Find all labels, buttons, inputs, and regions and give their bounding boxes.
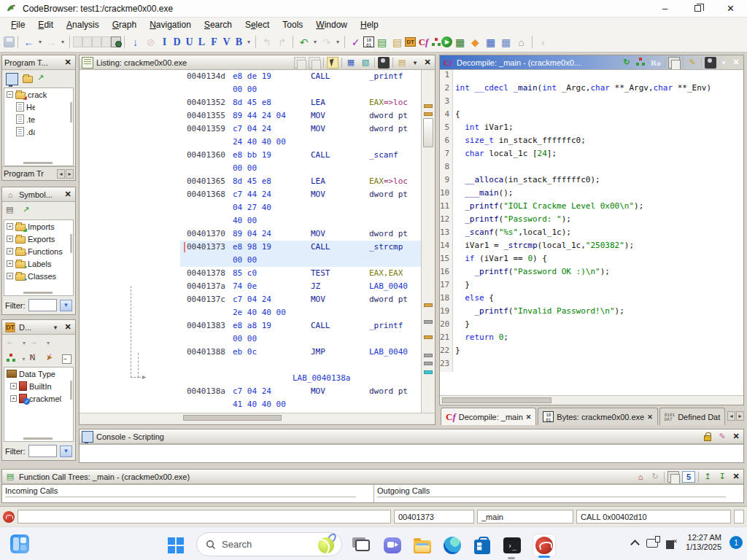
listing-row-continuation[interactable]: 24 40 40 00	[80, 136, 421, 149]
listing-row[interactable]: 0040134de8 de 19CALL_printf	[80, 70, 421, 83]
bank-icon[interactable]: ⌂	[514, 34, 529, 50]
listing-row-continuation[interactable]: 00 00	[80, 162, 421, 175]
listing-row[interactable]: 0040137089 04 24MOVdword pt	[80, 228, 421, 241]
scrollbar-mark[interactable]	[424, 370, 433, 374]
program-tree-tab[interactable]: Program Tr ◂ ▸	[2, 166, 75, 180]
table-icon[interactable]: ▦	[483, 34, 498, 50]
clock[interactable]: 12:27 AM 1/13/2025	[686, 533, 721, 552]
tree-row-section[interactable]: .data	[4, 125, 73, 138]
close-tab-icon[interactable]: ✕	[526, 413, 532, 421]
expand-box-icon[interactable]: +	[7, 273, 13, 279]
back-dropdown-icon[interactable]: ▾	[23, 340, 26, 346]
decompile-line[interactable]: 16 _printf("Password OK :)\n");	[440, 267, 743, 280]
listing-row-continuation[interactable]: 40 00	[80, 214, 421, 228]
listing-row-continuation[interactable]: 00 00	[80, 83, 421, 96]
collapse-box-icon[interactable]: −	[7, 91, 13, 98]
letter-b-icon[interactable]: B	[233, 34, 245, 50]
letter-u-icon[interactable]: U	[183, 34, 196, 50]
tray-overflow-chevron-icon[interactable]	[630, 540, 640, 549]
menu-navigation[interactable]: Navigation	[143, 19, 198, 31]
listing-horizontal-scrollbar[interactable]	[80, 413, 435, 422]
data-type-filter-input[interactable]	[28, 445, 58, 457]
close-icon[interactable]: ✕	[731, 472, 741, 481]
decompile-line[interactable]: 17 }	[440, 280, 743, 293]
function-graph-icon[interactable]	[431, 37, 441, 47]
close-icon[interactable]: ✕	[63, 58, 73, 67]
decompile-line[interactable]: 8	[440, 162, 743, 175]
letter-v-icon[interactable]: V	[220, 34, 233, 50]
edit-icon[interactable]: ✎	[686, 57, 698, 69]
panel-menu-icon[interactable]: ▾	[51, 324, 60, 331]
menu-help[interactable]: Help	[354, 19, 385, 31]
symbol-tree-item-exports[interactable]: +Exports	[4, 233, 73, 245]
listing-row[interactable]: 00401368c7 44 24MOVdword pt	[80, 188, 421, 201]
listing-row-continuation[interactable]: 04 27 40	[80, 201, 421, 214]
letter-f-icon[interactable]: F	[208, 34, 220, 50]
decompile-menu-icon[interactable]: ▾	[719, 59, 728, 66]
function-call-trees-header[interactable]: ▤ Function Call Trees: _main - (crackme0…	[2, 470, 743, 484]
refresh-icon[interactable]: ↻	[621, 57, 632, 69]
expand-box-icon[interactable]: +	[7, 248, 13, 254]
new-tree-icon[interactable]	[6, 73, 18, 85]
undo-icon[interactable]: ↶	[296, 34, 311, 50]
decompile-line[interactable]: 22}	[440, 346, 743, 359]
filter-incoming-icon[interactable]: ↥	[702, 471, 713, 483]
data-type-manager-icon[interactable]	[405, 37, 416, 47]
field-list-icon[interactable]: ▤	[396, 57, 408, 69]
menu-select[interactable]: Select	[239, 19, 276, 31]
decompile-line[interactable]: 13 _scanf("%s",local_1c);	[440, 228, 743, 241]
export-icon[interactable]: ↗	[37, 73, 50, 85]
file-explorer-button[interactable]	[413, 536, 432, 555]
undo-dropdown-icon[interactable]: ▾	[311, 34, 319, 50]
scrollbar-mark[interactable]	[424, 320, 433, 324]
filter-outgoing-icon[interactable]: ↧	[716, 471, 728, 483]
snapshot-camera-icon[interactable]	[378, 57, 390, 69]
decompile-line[interactable]: 6 size_t in_stack_ffffffc0;	[440, 136, 743, 149]
scrollbar-mark[interactable]	[424, 354, 433, 357]
decompile-line[interactable]: 5 int iVar1;	[440, 122, 743, 136]
decompile-line[interactable]: 1	[440, 70, 743, 83]
scrollbar-thumb[interactable]	[423, 118, 433, 147]
doc-tab-bytes[interactable]: Bytes: crackme0x00.exe✕	[538, 408, 657, 425]
tab-scroll-left-icon[interactable]: ◂	[57, 169, 65, 179]
forward-dropdown-icon[interactable]: ▾	[47, 340, 50, 346]
decompile-header[interactable]: Decompile: _main - (crackme0x0... ↻ Ro ✎…	[440, 55, 743, 70]
validate-icon[interactable]: ✓	[348, 34, 363, 50]
close-button[interactable]: ✕	[714, 0, 747, 17]
close-icon[interactable]: ✕	[63, 190, 73, 199]
data-type-item[interactable]: +BuiltIn	[4, 380, 73, 392]
cursor-tool-icon[interactable]	[327, 57, 338, 69]
symbol-tree-item-classes[interactable]: +●Classes	[4, 270, 73, 282]
decompile-line[interactable]: 14 iVar1 = _strcmp(local_1c,"250382");	[440, 241, 743, 254]
copy-icon[interactable]	[668, 57, 680, 69]
filter-options-icon[interactable]: ▼	[60, 446, 72, 457]
symbol-tree-header[interactable]: ⌂ Symbol... ✕	[2, 187, 75, 202]
decompile-line[interactable]: 7 char local_1c [24];	[440, 149, 743, 162]
decompile-line[interactable]: 9 __alloca(in_stack_ffffffc0);	[440, 175, 743, 188]
edit-fields-icon[interactable]: ▦	[345, 57, 357, 69]
start-button[interactable]	[166, 536, 185, 555]
duplicate-view-icon[interactable]	[667, 471, 679, 483]
paste-icon[interactable]	[309, 57, 320, 69]
decompile-line[interactable]: 20 }	[440, 319, 743, 332]
listing-row[interactable]: 0040135589 44 24 04MOVdword pt	[80, 109, 421, 122]
listing-row[interactable]: 00401360e8 bb 19CALL_scanf	[80, 149, 421, 162]
tree-row-crack[interactable]: −◢crack	[4, 88, 73, 101]
menu-window[interactable]: Window	[309, 19, 354, 31]
expand-box-icon[interactable]: +	[7, 236, 13, 242]
scrollbar-mark[interactable]	[424, 362, 433, 365]
ghidra-status-icon[interactable]	[3, 511, 15, 523]
listing-row-continuation[interactable]: 41 40 40 00	[80, 398, 421, 411]
clear-console-icon[interactable]: ✎	[716, 431, 728, 443]
listing-header[interactable]: Listing: crackme0x00.exe ▦ ▧ ▤ ▾ ✕	[80, 55, 435, 70]
outgoing-calls-pane[interactable]: Outgoing Calls	[374, 485, 743, 502]
chat-button[interactable]	[383, 536, 402, 555]
edge-button[interactable]	[443, 536, 462, 555]
memory-map-icon[interactable]: ▦	[452, 34, 468, 50]
back-icon[interactable]: ←	[21, 34, 36, 50]
associations-icon[interactable]	[6, 353, 18, 365]
close-tab-icon[interactable]: ✕	[647, 413, 653, 421]
tab-scroll-right-icon[interactable]: ▸	[736, 411, 744, 421]
decompile-line[interactable]: 11 _printf("IOLI Crackme Level 0x00\n");	[440, 201, 743, 214]
tab-scroll-left-icon[interactable]: ◂	[727, 411, 735, 421]
